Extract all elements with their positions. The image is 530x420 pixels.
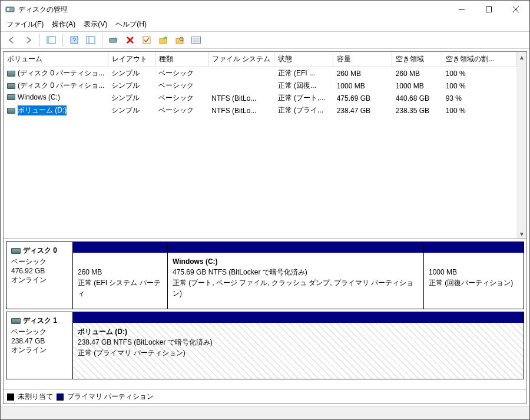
cell-fs: NTFS (BitLo... bbox=[208, 92, 274, 104]
partition-status: 正常 (EFI システム パーティ bbox=[78, 277, 163, 299]
content-area: ボリューム レイアウト 種類 ファイル システム 状態 容量 空き領域 空き領域… bbox=[1, 49, 529, 406]
partition-bar bbox=[73, 312, 524, 323]
partition-name: ボリューム (D:) bbox=[78, 328, 127, 336]
col-freepct[interactable]: 空き領域の割... bbox=[442, 52, 516, 67]
forward-button[interactable] bbox=[22, 34, 35, 47]
partition[interactable]: ボリューム (D:) 238.47 GB NTFS (BitLocker で暗号… bbox=[73, 312, 524, 379]
partition-name: Windows (C:) bbox=[173, 257, 218, 266]
partition[interactable]: 1000 MB 正常 (回復パーティション) bbox=[423, 242, 524, 309]
legend: 未割り当て プライマリ パーティション bbox=[4, 389, 526, 404]
properties-button[interactable] bbox=[84, 34, 97, 47]
cell-layout: シンプル bbox=[108, 80, 155, 92]
cell-status: 正常 (プライ... bbox=[274, 104, 333, 117]
maximize-button[interactable] bbox=[475, 1, 502, 18]
cell-fs bbox=[208, 67, 274, 80]
menu-view[interactable]: 表示(V) bbox=[84, 19, 107, 29]
check-button[interactable] bbox=[140, 34, 153, 47]
disk-size: 238.47 GB bbox=[11, 337, 68, 345]
disk-type: ベーシック bbox=[11, 257, 68, 267]
titlebar: ディスクの管理 bbox=[1, 1, 529, 18]
cell-free: 1000 MB bbox=[392, 80, 442, 92]
col-capacity[interactable]: 容量 bbox=[333, 52, 392, 67]
cell-text: Windows (C:) bbox=[18, 93, 60, 101]
svg-rect-7 bbox=[47, 37, 49, 44]
svg-text:?: ? bbox=[72, 37, 76, 44]
col-free[interactable]: 空き領域 bbox=[392, 52, 442, 67]
refresh-button[interactable] bbox=[107, 34, 120, 47]
cell-layout: シンプル bbox=[108, 67, 155, 80]
partition-bar bbox=[73, 242, 167, 253]
search-folder-button[interactable] bbox=[173, 34, 186, 47]
cell-cap: 260 MB bbox=[333, 67, 392, 80]
cell-status: 正常 (回復... bbox=[274, 80, 333, 92]
toolbar-separator bbox=[102, 34, 102, 47]
new-folder-button[interactable]: + bbox=[157, 34, 170, 47]
cell-pct: 100 % bbox=[442, 80, 516, 92]
table-row[interactable]: (ディスク 0 パーティショ...シンプルベーシック正常 (回復...1000 … bbox=[4, 80, 516, 92]
cell-fs: NTFS (BitLo... bbox=[208, 104, 274, 117]
menu-action[interactable]: 操作(A) bbox=[52, 19, 75, 29]
cell-status: 正常 (ブート,... bbox=[274, 92, 333, 104]
scroll-down-icon[interactable]: ▾ bbox=[516, 229, 526, 239]
vertical-scrollbar[interactable]: ▴ ▾ bbox=[516, 52, 526, 239]
partition-body: ボリューム (D:) 238.47 GB NTFS (BitLocker で暗号… bbox=[73, 323, 524, 379]
back-button[interactable] bbox=[5, 34, 18, 47]
toolbar-separator bbox=[39, 34, 40, 47]
legend-swatch-unallocated bbox=[7, 393, 14, 401]
cell-pct: 100 % bbox=[442, 104, 516, 117]
disk-row-0[interactable]: ディスク 0 ベーシック 476.92 GB オンライン 260 MB 正常 (… bbox=[6, 242, 524, 309]
disk-status: オンライン bbox=[11, 345, 68, 355]
cell-text: ボリューム (D:) bbox=[18, 105, 67, 115]
close-button[interactable] bbox=[502, 1, 529, 18]
partition-body: 1000 MB 正常 (回復パーティション) bbox=[424, 253, 524, 309]
table-row[interactable]: Windows (C:)シンプルベーシックNTFS (BitLo...正常 (ブ… bbox=[4, 92, 516, 104]
cell-free: 260 MB bbox=[392, 67, 442, 80]
delete-button[interactable] bbox=[124, 34, 137, 47]
partition-body: Windows (C:) 475.69 GB NTFS (BitLocker で… bbox=[168, 253, 423, 309]
disk-name: ディスク 0 bbox=[23, 246, 57, 256]
volume-icon bbox=[7, 83, 15, 89]
volume-icon bbox=[7, 108, 15, 114]
scroll-up-icon[interactable]: ▴ bbox=[516, 52, 526, 62]
legend-unallocated: 未割り当て bbox=[18, 392, 53, 402]
cell-pct: 100 % bbox=[442, 67, 516, 80]
volume-icon bbox=[7, 71, 15, 77]
menu-help[interactable]: ヘルプ(H) bbox=[115, 19, 147, 29]
volume-table[interactable]: ボリューム レイアウト 種類 ファイル システム 状態 容量 空き領域 空き領域… bbox=[4, 52, 516, 117]
show-hide-tree-button[interactable] bbox=[45, 34, 58, 47]
list-view-button[interactable] bbox=[190, 34, 203, 47]
disk-label: ディスク 0 ベーシック 476.92 GB オンライン bbox=[6, 242, 73, 309]
col-volume[interactable]: ボリューム bbox=[4, 52, 108, 67]
cell-type: ベーシック bbox=[155, 92, 208, 104]
partition-detail: 475.69 GB NTFS (BitLocker で暗号化済み) bbox=[173, 267, 419, 277]
cell-volume: (ディスク 0 パーティショ... bbox=[4, 80, 108, 92]
disk-type: ベーシック bbox=[11, 327, 68, 337]
cell-cap: 1000 MB bbox=[333, 80, 392, 92]
table-row[interactable]: (ディスク 0 パーティショ...シンプルベーシック正常 (EFI ...260… bbox=[4, 67, 516, 80]
col-filesystem[interactable]: ファイル システム bbox=[208, 52, 274, 67]
partition[interactable]: 260 MB 正常 (EFI システム パーティ bbox=[73, 242, 167, 309]
col-type[interactable]: 種類 bbox=[155, 52, 208, 67]
scroll-track[interactable] bbox=[516, 62, 526, 229]
table-row[interactable]: ボリューム (D:)シンプルベーシックNTFS (BitLo...正常 (プライ… bbox=[4, 104, 516, 117]
menu-file[interactable]: ファイル(F) bbox=[6, 19, 44, 29]
minimize-button[interactable] bbox=[448, 1, 475, 18]
cell-free: 238.35 GB bbox=[392, 104, 442, 117]
disk-status: オンライン bbox=[11, 275, 68, 285]
col-layout[interactable]: レイアウト bbox=[108, 52, 155, 67]
cell-volume: ボリューム (D:) bbox=[4, 104, 108, 117]
cell-type: ベーシック bbox=[155, 80, 208, 92]
app-icon bbox=[5, 5, 15, 14]
statusbar bbox=[1, 406, 529, 419]
partition-detail: 238.47 GB NTFS (BitLocker で暗号化済み) bbox=[78, 337, 519, 348]
disk-icon bbox=[11, 318, 21, 324]
svg-rect-1 bbox=[7, 8, 9, 11]
cell-free: 440.68 GB bbox=[392, 92, 442, 104]
svg-rect-10 bbox=[87, 37, 95, 44]
help-button[interactable]: ? bbox=[68, 34, 81, 47]
cell-text: (ディスク 0 パーティショ... bbox=[18, 81, 104, 91]
disk-row-1[interactable]: ディスク 1 ベーシック 238.47 GB オンライン ボリューム (D:) … bbox=[6, 312, 524, 379]
volume-icon bbox=[7, 94, 15, 100]
col-status[interactable]: 状態 bbox=[274, 52, 333, 67]
partition[interactable]: Windows (C:) 475.69 GB NTFS (BitLocker で… bbox=[167, 242, 423, 309]
